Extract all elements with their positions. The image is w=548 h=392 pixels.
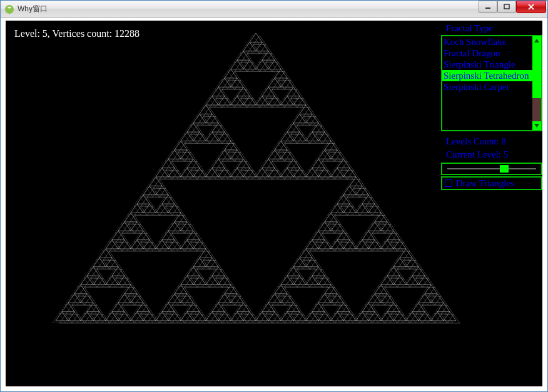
scroll-up-button[interactable] [532,36,541,45]
window-controls [479,1,546,13]
app-icon [4,4,14,14]
client-area: Level: 5, Vertices count: 12288 Fractal … [6,21,542,386]
list-item[interactable]: Koch Snowflake [442,36,532,48]
list-item[interactable]: Sierpinski Tetrahedron [442,70,532,81]
list-item[interactable]: Fractal Dragon [442,48,532,59]
draw-triangles-row[interactable]: Draw Triangles [441,176,542,190]
svg-point-0 [5,5,14,14]
close-button[interactable] [516,1,546,13]
scroll-track[interactable] [532,45,541,121]
list-item[interactable]: Sierpinski Triangle [442,59,532,70]
titlebar[interactable]: Why窗口 [1,1,547,18]
draw-triangles-label: Draw Triangles [456,178,514,189]
status-text: Level: 5, Vertices count: 12288 [14,28,140,39]
app-window: Why窗口 Level: 5, Vertices count: 12288 Fr… [0,0,548,392]
list-item[interactable]: Sierpinski Carpet [442,81,532,93]
slider-track [447,168,536,169]
window-title: Why窗口 [18,4,547,14]
fractal-type-listbox[interactable]: Koch SnowflakeFractal DragonSierpinski T… [441,35,542,131]
minimize-button[interactable] [479,1,497,13]
fractal-type-label: Fractal Type [441,22,542,35]
scroll-thumb[interactable] [532,45,541,98]
draw-triangles-checkbox[interactable] [445,179,452,187]
scroll-down-button[interactable] [532,121,541,130]
level-slider[interactable] [441,163,542,175]
maximize-button[interactable] [497,1,516,13]
current-level-label: Current Level: 5 [441,148,542,161]
control-panel: Fractal Type Koch SnowflakeFractal Drago… [441,22,542,190]
listbox-scrollbar[interactable] [532,36,541,130]
levels-count-label: Levels Count: 8 [441,135,542,148]
svg-rect-2 [504,4,509,9]
slider-thumb[interactable] [500,165,509,173]
